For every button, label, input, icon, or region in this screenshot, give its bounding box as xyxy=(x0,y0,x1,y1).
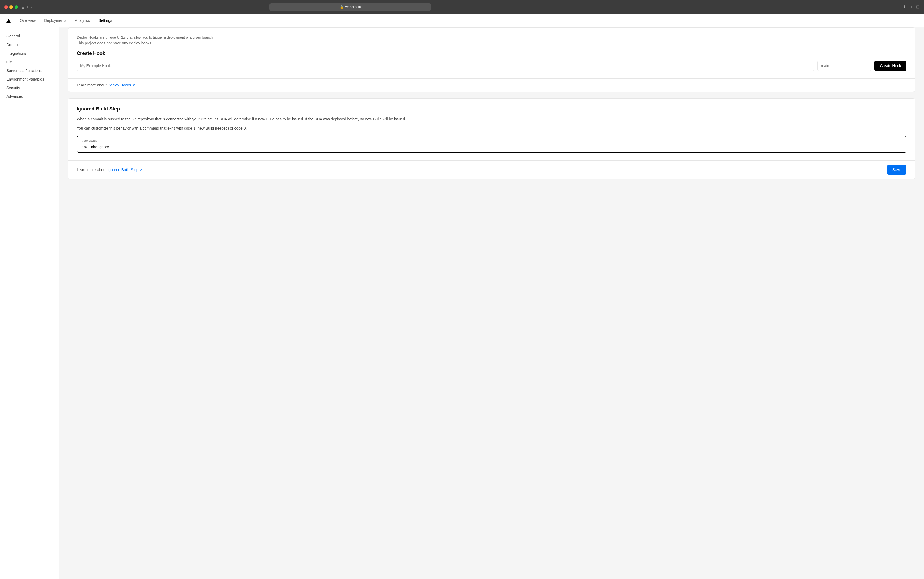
command-input[interactable] xyxy=(81,145,902,149)
browser-chrome: ⊞ ‹ › 🔒 vercel.com ⬆ ＋ ⊞ xyxy=(0,0,924,14)
maximize-button[interactable] xyxy=(15,5,18,9)
main-content: Deploy Hooks are unique URLs that allow … xyxy=(59,28,924,579)
sidebar: General Domains Integrations Git Serverl… xyxy=(0,28,59,579)
sidebar-toggle-icon[interactable]: ⊞ xyxy=(21,5,25,10)
back-icon[interactable]: ‹ xyxy=(27,5,28,10)
browser-actions: ⬆ ＋ ⊞ xyxy=(903,4,920,10)
tab-settings[interactable]: Settings xyxy=(98,14,113,27)
sidebar-item-git[interactable]: Git xyxy=(0,58,59,66)
sidebar-item-general[interactable]: General xyxy=(0,32,59,41)
deploy-hooks-footer: Learn more about Deploy Hooks ↗ xyxy=(68,79,915,92)
save-button[interactable]: Save xyxy=(887,165,906,175)
deploy-hooks-card: Deploy Hooks are unique URLs that allow … xyxy=(68,28,915,92)
sidebar-item-environment-variables[interactable]: Environment Variables xyxy=(0,75,59,83)
tab-analytics[interactable]: Analytics xyxy=(74,14,90,27)
ignored-build-link[interactable]: Ignored Build Step ↗ xyxy=(108,168,143,172)
browser-controls: ⊞ ‹ › xyxy=(21,5,32,10)
ignored-build-title: Ignored Build Step xyxy=(77,106,906,112)
traffic-lights xyxy=(4,5,18,9)
hook-branch-input[interactable] xyxy=(817,61,871,71)
new-tab-icon[interactable]: ＋ xyxy=(909,4,914,10)
close-button[interactable] xyxy=(4,5,8,9)
create-hook-row: Create Hook xyxy=(77,61,906,71)
ignored-build-desc2: You can customize this behavior with a c… xyxy=(77,125,906,131)
vercel-logo-icon xyxy=(7,19,11,23)
lock-icon: 🔒 xyxy=(340,5,344,9)
ignored-build-footer: Learn more about Ignored Build Step ↗ Sa… xyxy=(68,160,915,179)
create-hook-button[interactable]: Create Hook xyxy=(875,61,906,71)
url-text: vercel.com xyxy=(345,5,361,9)
command-label: COMMAND xyxy=(81,139,902,142)
deploy-hooks-partial-text: Deploy Hooks are unique URLs that allow … xyxy=(77,35,906,39)
share-icon[interactable]: ⬆ xyxy=(903,4,906,10)
ignored-build-card: Ignored Build Step When a commit is push… xyxy=(68,98,915,179)
nav-logo xyxy=(7,19,11,23)
sidebar-item-serverless-functions[interactable]: Serverless Functions xyxy=(0,66,59,75)
deploy-hooks-body: Deploy Hooks are unique URLs that allow … xyxy=(68,28,915,79)
top-nav: Overview Deployments Analytics Settings xyxy=(0,14,924,28)
ignored-build-learn-more: Learn more about Ignored Build Step ↗ xyxy=(77,168,143,172)
ignored-build-desc1: When a commit is pushed to the Git repos… xyxy=(77,116,906,122)
tab-deployments[interactable]: Deployments xyxy=(44,14,67,27)
ignored-build-body: Ignored Build Step When a commit is push… xyxy=(68,99,915,160)
nav-tabs: Overview Deployments Analytics Settings xyxy=(20,14,113,27)
deploy-hooks-learn-more: Learn more about Deploy Hooks ↗ xyxy=(77,83,135,87)
sidebar-item-domains[interactable]: Domains xyxy=(0,41,59,49)
create-hook-title: Create Hook xyxy=(77,51,906,56)
deploy-hooks-link[interactable]: Deploy Hooks ↗ xyxy=(108,83,135,87)
sidebar-item-security[interactable]: Security xyxy=(0,83,59,92)
grid-icon[interactable]: ⊞ xyxy=(916,4,920,10)
sidebar-item-integrations[interactable]: Integrations xyxy=(0,49,59,58)
hook-name-input[interactable] xyxy=(77,61,814,71)
sidebar-item-advanced[interactable]: Advanced xyxy=(0,92,59,101)
layout: General Domains Integrations Git Serverl… xyxy=(0,28,924,579)
forward-icon[interactable]: › xyxy=(31,5,32,10)
address-bar[interactable]: 🔒 vercel.com xyxy=(269,3,431,11)
no-hooks-message: This project does not have any deploy ho… xyxy=(77,41,906,45)
command-box: COMMAND xyxy=(77,136,906,153)
tab-overview[interactable]: Overview xyxy=(20,14,36,27)
minimize-button[interactable] xyxy=(10,5,13,9)
